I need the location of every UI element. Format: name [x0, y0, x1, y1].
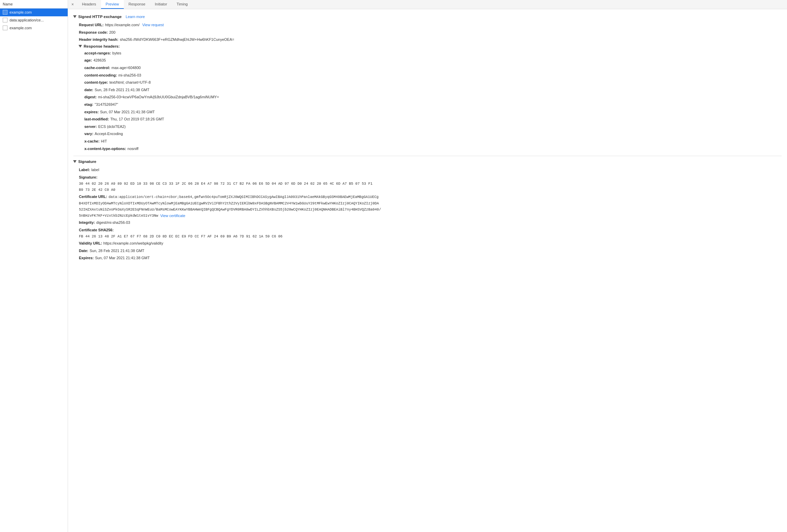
signature-label: Signature:: [79, 174, 97, 181]
response-header-row: date:Sun, 28 Feb 2021 21:41:38 GMT: [79, 86, 782, 94]
tab-headers[interactable]: Headers: [77, 0, 101, 9]
response-header-row: last-modified:Thu, 17 Oct 2019 07:18:26 …: [79, 116, 782, 123]
response-header-value: Sun, 28 Feb 2021 21:41:38 GMT: [95, 87, 149, 93]
cert-sha256-label: Certificate SHA256:: [79, 227, 114, 233]
signed-exchange-title: Signed HTTP exchange: [78, 15, 122, 19]
integrity-value: digest/mi-sha256-03: [96, 220, 130, 226]
content-area: Signed HTTP exchange Learn more Request …: [68, 9, 787, 532]
file-icon: [3, 26, 7, 30]
cert-sha256-row: Certificate SHA256:: [73, 227, 782, 234]
response-header-row: expires:Sun, 07 Mar 2021 21:41:38 GMT: [79, 109, 782, 116]
sig-label-label: Label:: [79, 167, 90, 173]
validity-url-value: https://example.com/webpkg/validity: [103, 240, 163, 247]
header-integrity-row: Header integrity hash: sha256-/IWdYDKW66…: [73, 36, 782, 44]
signature-hex-line1: 30 44 02 20 26 A9 89 92 ED 10 33 98 CE C…: [73, 181, 782, 187]
signature-title: Signature: [78, 160, 96, 164]
response-header-value: mi-sha256-03: [118, 72, 141, 79]
response-header-row: age:428635: [79, 57, 782, 64]
response-header-value: max-age=604800: [112, 65, 141, 71]
response-headers-container: accept-ranges:bytesage:428635cache-contr…: [79, 50, 782, 152]
view-certificate-link[interactable]: View certificate: [160, 213, 185, 219]
response-header-label: content-type:: [84, 80, 108, 86]
response-headers-title: Response headers:: [84, 44, 120, 48]
sig-label-value: label: [91, 167, 99, 173]
response-header-row: content-type:text/html; charset=UTF-8: [79, 79, 782, 86]
response-header-label: cache-control:: [84, 65, 110, 71]
sig-label-row: Label: label: [73, 166, 782, 174]
header-integrity-value: sha256-/IWdYDKW663F+eRGZMdhwjEhIJW+Hw6hK…: [120, 37, 234, 43]
collapse-triangle-icon[interactable]: [79, 45, 82, 48]
cert-url-value: data:application/cert-chain+cbor;base64,…: [108, 194, 379, 200]
response-header-label: x-content-type-options:: [84, 146, 126, 152]
response-header-value: nosniff: [128, 146, 138, 152]
sidebar-item-label: data:application/ce...: [10, 18, 44, 22]
request-url-row: Request URL: https://example.com/ View r…: [73, 21, 782, 29]
date-value: Sun, 28 Feb 2021 21:41:38 GMT: [90, 248, 145, 254]
sidebar-item-example-com-2[interactable]: example.com: [0, 24, 68, 32]
response-header-label: date:: [84, 87, 93, 93]
tab-timing[interactable]: Timing: [172, 0, 192, 9]
tab-initiator[interactable]: Initiator: [150, 0, 172, 9]
cert-url-line3: 52IHZXAxtuNiSZvoPkOaXySR2ESqFNnWEuU/BaMs…: [73, 207, 782, 213]
validity-url-row: Validity URL: https://example.com/webpkg…: [73, 240, 782, 247]
cert-url-row: Certificate URL: data:application/cert-c…: [73, 193, 782, 201]
response-header-label: etag:: [84, 102, 93, 108]
sidebar: Name example.com data:application/ce... …: [0, 0, 68, 532]
response-header-row: accept-ranges:bytes: [79, 50, 782, 57]
response-header-row: vary:Accept-Encoding: [79, 130, 782, 138]
response-header-label: content-encoding:: [84, 72, 117, 79]
cert-url-line2: B4XDTIxMDIyODAwMTcyNloXDTIxMDUyOTAwMTcyN…: [73, 201, 782, 207]
response-header-value: Thu, 17 Oct 2019 07:18:26 GMT: [110, 116, 164, 122]
sidebar-item-data-application[interactable]: data:application/ce...: [0, 16, 68, 24]
expires-value: Sun, 07 Mar 2021 21:41:38 GMT: [95, 255, 150, 261]
sidebar-item-example-com[interactable]: example.com: [0, 9, 68, 16]
response-header-label: last-modified:: [84, 116, 109, 122]
response-header-label: age:: [84, 57, 92, 64]
tab-response[interactable]: Response: [124, 0, 150, 9]
response-header-value: text/html; charset=UTF-8: [110, 80, 151, 86]
cert-url-label: Certificate URL:: [79, 194, 107, 200]
response-header-row: server:ECS (dcb/7EA2): [79, 123, 782, 131]
sidebar-item-label: example.com: [10, 26, 32, 30]
file-icon: [3, 10, 7, 15]
response-header-value: Accept-Encoding: [95, 131, 123, 137]
learn-more-link[interactable]: Learn more: [126, 15, 145, 19]
integrity-label: Integrity:: [79, 220, 95, 226]
tab-preview[interactable]: Preview: [101, 0, 124, 9]
request-url-value: https://example.com/: [105, 22, 140, 28]
response-headers-section: Response headers: accept-ranges:bytesage…: [79, 44, 782, 152]
response-header-value: mi-sha256-03=kcwVP6aOwYmA/j9JbUU0GbuiZdn…: [98, 94, 219, 100]
section-divider: [73, 156, 782, 156]
response-headers-header: Response headers:: [79, 44, 782, 49]
header-integrity-label: Header integrity hash:: [79, 37, 118, 43]
collapse-triangle-icon[interactable]: [73, 15, 77, 18]
cert-url-line4: 5nBHzvFK7KF+Vzxtkb2NzcEpkdW1teS1vY3Nw: [79, 213, 158, 219]
response-header-row: x-cache:HIT: [79, 138, 782, 145]
response-header-value: HIT: [101, 138, 107, 145]
tabs-bar: × Headers Preview Response Initiator Tim…: [68, 0, 787, 9]
response-header-label: accept-ranges:: [84, 50, 111, 56]
response-header-label: server:: [84, 124, 97, 130]
collapse-triangle-icon[interactable]: [73, 160, 77, 163]
response-header-row: x-content-type-options:nosniff: [79, 145, 782, 153]
view-request-link[interactable]: View request: [142, 22, 164, 28]
response-header-label: x-cache:: [84, 138, 100, 145]
date-label: Date:: [79, 248, 88, 254]
tab-close-button[interactable]: ×: [68, 0, 77, 9]
response-header-value: 428635: [94, 57, 106, 64]
sidebar-header: Name: [0, 0, 68, 9]
response-header-label: digest:: [84, 94, 97, 100]
integrity-row: Integrity: digest/mi-sha256-03: [73, 219, 782, 227]
response-header-label: expires:: [84, 109, 99, 115]
main-panel: × Headers Preview Response Initiator Tim…: [68, 0, 787, 532]
response-header-label: vary:: [84, 131, 93, 137]
response-code-row: Response code: 200: [73, 29, 782, 36]
response-header-row: cache-control:max-age=604800: [79, 64, 782, 72]
cert-sha256-value: FB 44 26 13 48 2F A1 E7 67 F7 68 2D C0 8…: [73, 234, 782, 240]
response-header-row: etag:"3147526947": [79, 101, 782, 109]
cert-url-line4-row: 5nBHzvFK7KF+Vzxtkb2NzcEpkdW1teS1vY3Nw Vi…: [73, 213, 782, 219]
date-row: Date: Sun, 28 Feb 2021 21:41:38 GMT: [73, 247, 782, 255]
expires-label: Expires:: [79, 255, 94, 261]
response-header-value: "3147526947": [95, 102, 118, 108]
response-code-label: Response code:: [79, 30, 108, 36]
